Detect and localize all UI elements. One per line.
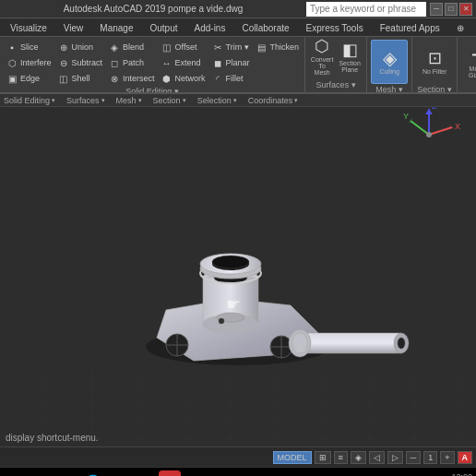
taskbar-autocad[interactable]: A [159, 470, 181, 477]
fillet-icon: ◜ [211, 72, 224, 85]
close-button[interactable]: ✕ [459, 3, 472, 16]
section-surfaces[interactable]: Surfaces ▾ [66, 96, 105, 105]
solid-col3: ◈ Blend ◻ Patch ⊗ Intersect [106, 40, 157, 86]
zoom-1[interactable]: ─ [406, 451, 421, 464]
tool-fillet[interactable]: ◜ Fillet [209, 71, 252, 86]
next-view-badge[interactable]: ▷ [387, 451, 403, 464]
grid-badge[interactable]: ⊞ [315, 451, 331, 464]
ribbon-group-selection: ✛ Move,Gizmo 🌐 World ··· 3 Point Selecti… [458, 37, 476, 92]
svg-point-38 [398, 338, 405, 349]
tool-interfere[interactable]: ⬡ Interfere [4, 55, 54, 70]
svg-point-51 [426, 132, 432, 137]
viewport[interactable]: X Y Z [0, 107, 476, 446]
tool-convert-to-mesh[interactable]: ⬡ ConvertTo Mesh [309, 40, 335, 73]
tool-no-filter[interactable]: ⊡ No Filter [416, 40, 453, 84]
section-section[interactable]: Section ▾ [153, 96, 186, 105]
svg-text:Z: Z [432, 107, 437, 111]
patch-icon: ◻ [108, 56, 121, 69]
taskbar-explorer[interactable]: 📁 [107, 470, 129, 477]
model-svg: X Y Z [0, 107, 476, 446]
edge-icon: ▣ [6, 72, 18, 85]
svg-text:Y: Y [403, 112, 409, 121]
tool-network[interactable]: ⬢ Network [159, 71, 208, 86]
convert-mesh-icon: ⬡ [313, 37, 331, 55]
surfaces-row: ⬡ ConvertTo Mesh ◧ SectionPlane [309, 39, 363, 74]
taskbar-windows[interactable]: ⊞ [4, 470, 26, 477]
tool-blend[interactable]: ◈ Blend [106, 40, 157, 54]
tool-union[interactable]: ⊕ Union [55, 40, 105, 54]
tool-edge[interactable]: ▣ Edge [4, 71, 54, 86]
tab-collaborate[interactable]: Collaborate [233, 19, 297, 36]
tab-addins[interactable]: Add-ins [186, 19, 234, 36]
taskbar-search[interactable]: ⌕ [30, 470, 52, 477]
tab-output[interactable]: Output [141, 19, 185, 36]
tool-offset[interactable]: ◫ Offset [159, 40, 208, 54]
taskbar-taskview[interactable]: ⊡ [55, 470, 77, 477]
snap-badge[interactable]: ≡ [334, 451, 348, 464]
status-right: MODEL ⊞ ≡ ◈ ◁ ▷ ─ 1 + A [273, 451, 476, 464]
tab-manage[interactable]: Manage [91, 19, 141, 36]
tool-thicken[interactable]: ▤ Thicken [254, 40, 302, 54]
intersect-icon: ⊗ [108, 72, 121, 85]
union-icon: ⊕ [57, 41, 70, 54]
tab-express[interactable]: Express Tools [298, 19, 372, 36]
tool-section-plane[interactable]: ◧ SectionPlane [337, 40, 363, 73]
network-icon: ⬢ [161, 72, 173, 85]
tab-featured[interactable]: Featured Apps [372, 19, 448, 36]
maximize-button[interactable]: □ [445, 3, 458, 16]
no-filter-icon: ⊡ [425, 49, 444, 67]
offset-icon: ◫ [161, 41, 173, 54]
tool-trim[interactable]: ✂ Trim ▾ [209, 40, 252, 54]
zoom-2[interactable]: 1 [423, 451, 437, 464]
section-label: Section ▾ [417, 85, 452, 94]
solid-col4: ◫ Offset ↔ Extend ⬢ Network [159, 40, 208, 86]
ribbon-tabs: Visualize View Manage Output Add-ins Col… [0, 18, 476, 37]
tool-patch[interactable]: ◻ Patch [106, 55, 157, 70]
svg-text:X: X [455, 122, 460, 131]
zoom-3[interactable]: + [440, 451, 454, 464]
taskbar: ⊞ ⌕ ⊡ 🌐 📁 🛍 A ⌂ 🔊 12:00AM [0, 467, 476, 476]
status-bar: MODEL ⊞ ≡ ◈ ◁ ▷ ─ 1 + A [0, 446, 476, 467]
section-selection[interactable]: Selection ▾ [197, 96, 237, 105]
tool-slice[interactable]: ▪ Slice [4, 40, 54, 54]
planar-icon: ◼ [211, 56, 224, 69]
ribbon-group-mesh: ◈ Culling Mesh ▾ [367, 37, 412, 92]
section-solid-editing[interactable]: Solid Editing ▾ [4, 96, 55, 105]
tab-extra[interactable]: ⊕ [448, 19, 472, 36]
systray-clock: 12:00AM [451, 472, 472, 477]
minimize-button[interactable]: ─ [430, 3, 443, 16]
prev-view-badge[interactable]: ◁ [369, 451, 385, 464]
tab-view[interactable]: View [55, 19, 92, 36]
solid-col1: ▪ Slice ⬡ Interfere ▣ Edge [4, 40, 54, 86]
tool-culling[interactable]: ◈ Culling [371, 40, 408, 84]
window-controls: ─ □ ✕ [430, 3, 472, 16]
tool-intersect[interactable]: ⊗ Intersect [106, 71, 157, 86]
taskbar-store[interactable]: 🛍 [133, 470, 155, 477]
tool-planar[interactable]: ◼ Planar [209, 55, 252, 70]
model-badge[interactable]: MODEL [273, 451, 312, 464]
solid-col6: ▤ Thicken [254, 40, 302, 86]
tool-subtract[interactable]: ⊖ Subtract [55, 55, 105, 70]
section-coordinates[interactable]: Coordinates ▾ [248, 96, 299, 105]
acad-badge[interactable]: A [458, 451, 473, 464]
ribbon-group-surfaces: ⬡ ConvertTo Mesh ◧ SectionPlane Surfaces… [305, 37, 367, 92]
ribbon-group-section: ⊡ No Filter Section ▾ [412, 37, 458, 92]
section-row: ⊡ No Filter [416, 39, 453, 85]
search-input[interactable] [306, 2, 426, 17]
cursor-hand: ☛ [226, 295, 241, 314]
mesh-row: ◈ Culling [371, 39, 408, 85]
viewport-status-text: display shortcut-menu. [6, 433, 99, 443]
svg-rect-35 [300, 333, 401, 353]
tool-shell[interactable]: ◫ Shell [55, 71, 105, 86]
section-mesh[interactable]: Mesh ▾ [116, 96, 142, 105]
move-gizmo-icon: ✛ [469, 46, 476, 65]
taskbar-edge[interactable]: 🌐 [81, 470, 103, 477]
tool-extend[interactable]: ↔ Extend [159, 55, 208, 70]
blend-icon: ◈ [108, 41, 121, 54]
slice-icon: ▪ [6, 41, 18, 54]
taskbar-systray: ⌂ 🔊 12:00AM [429, 472, 472, 477]
tab-visualize[interactable]: Visualize [2, 19, 55, 36]
svg-point-40 [292, 333, 307, 353]
tool-move-gizmo[interactable]: ✛ Move,Gizmo [461, 40, 476, 84]
ortho-badge[interactable]: ◈ [351, 451, 366, 464]
